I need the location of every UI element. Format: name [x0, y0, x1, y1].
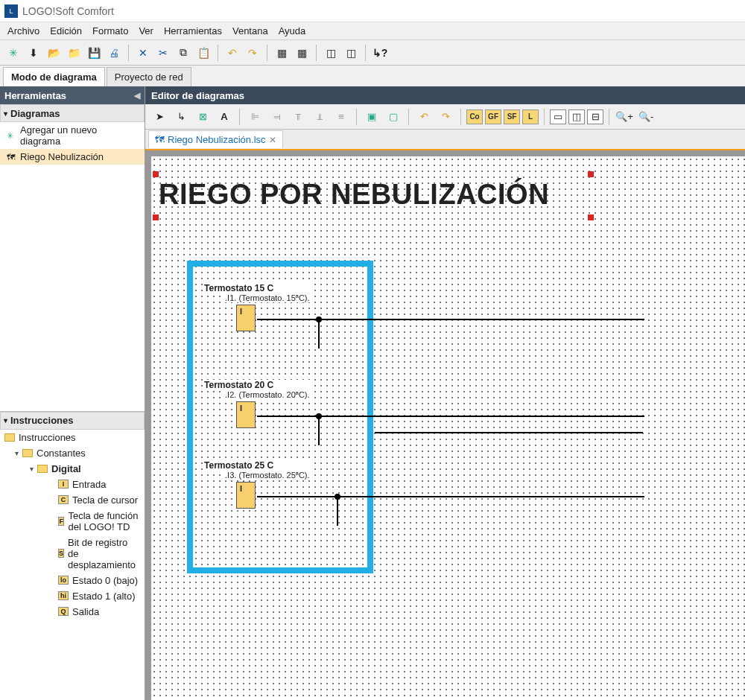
help-icon[interactable]: ↳?	[371, 44, 389, 62]
align-bottom-icon[interactable]: ⫫	[310, 107, 329, 127]
menu-ver[interactable]: Ver	[134, 24, 158, 38]
pane-split-v-icon[interactable]: ⊟	[587, 109, 603, 124]
redo2-icon[interactable]: ↷	[436, 107, 455, 127]
undo2-icon[interactable]: ↶	[414, 107, 434, 127]
diagram-canvas-wrap[interactable]: RIEGO POR NEBULIZACIÓN Termostato 15 C .…	[145, 150, 745, 700]
bring-front-icon[interactable]: ▣	[362, 107, 381, 127]
text-tool-icon[interactable]: A	[215, 107, 234, 127]
tree-item-entrada[interactable]: I Entrada	[0, 477, 145, 492]
folder-icon	[37, 465, 48, 473]
menu-edicion[interactable]: Edición	[45, 24, 86, 38]
download-icon[interactable]: ⬇	[25, 44, 42, 62]
window1-icon[interactable]: ◫	[322, 44, 340, 62]
block-body[interactable]: I	[236, 482, 256, 509]
new-icon[interactable]: ✳	[4, 44, 22, 62]
collapse-icon[interactable]: ◀	[134, 91, 140, 101]
tree-item-estado0[interactable]: lo Estado 0 (bajo)	[0, 573, 145, 588]
block-termostato-15[interactable]: Termostato 15 C .I1. (Termostato. 15ªC).…	[203, 283, 311, 331]
pane-split-h-icon[interactable]: ◫	[568, 109, 585, 124]
diagram-heading[interactable]: RIEGO POR NEBULIZACIÓN	[159, 179, 549, 211]
cut-icon[interactable]: ✂	[154, 44, 172, 62]
diagram-item-label: Riego Nebulización	[20, 151, 104, 162]
instructions-tree-area[interactable]: Instrucciones ▾ Constantes ▾ Digital I E…	[0, 430, 145, 701]
transfer-up-icon[interactable]: ▦	[293, 44, 311, 62]
tab-proyecto-red[interactable]: Proyecto de red	[107, 67, 191, 86]
block-icon: hi	[58, 591, 69, 600]
block-termostato-25[interactable]: Termostato 25 C .I3. (Termostato. 25ªC).…	[203, 460, 311, 509]
send-back-icon[interactable]: ▢	[384, 107, 403, 127]
toolbar-separator	[544, 109, 545, 125]
redo-icon[interactable]: ↷	[244, 44, 261, 62]
align-right-icon[interactable]: ⫤	[267, 107, 286, 127]
block-body[interactable]: I	[236, 401, 256, 428]
pane-single-icon[interactable]: ▭	[550, 109, 566, 124]
delete-icon[interactable]: ✕	[134, 44, 152, 62]
tree-item-cursor[interactable]: C Tecla de cursor	[0, 492, 145, 508]
tree-item-funcion[interactable]: F Tecla de función del LOGO! TD	[0, 508, 145, 535]
menu-archivo[interactable]: Archivo	[3, 24, 44, 38]
window2-icon[interactable]: ◫	[342, 44, 360, 62]
selection-handle[interactable]	[153, 214, 159, 220]
co-button[interactable]: Co	[466, 109, 483, 124]
zoom-in-icon[interactable]: 🔍+	[615, 107, 634, 127]
tab-modo-diagrama[interactable]: Modo de diagrama	[3, 67, 105, 86]
menu-herramientas[interactable]: Herramientas	[159, 24, 226, 38]
tree-item-bitregistro[interactable]: S Bit de registro de desplazamiento	[0, 535, 145, 573]
open-icon[interactable]: 📂	[45, 44, 63, 62]
app-title: LOGO!Soft Comfort	[22, 5, 114, 17]
view-tabs: Modo de diagrama Proyecto de red	[0, 66, 745, 86]
toolbar-separator	[609, 109, 609, 125]
menu-bar: Archivo Edición Formato Ver Herramientas…	[0, 22, 745, 40]
print-icon[interactable]: 🖨	[105, 44, 123, 62]
l-button[interactable]: L	[522, 109, 539, 124]
tree-constantes[interactable]: ▾ Constantes	[0, 445, 145, 461]
link-tool-icon[interactable]: ⊠	[193, 107, 212, 127]
block-icon: I	[58, 480, 69, 489]
sf-button[interactable]: SF	[504, 109, 520, 124]
undo-icon[interactable]: ↶	[224, 44, 241, 62]
block-termostato-20[interactable]: Termostato 20 C .I2. (Termostato. 20ªC).…	[203, 380, 311, 428]
tree-item-label: Salida	[72, 606, 99, 617]
tree-root-instrucciones[interactable]: Instrucciones	[0, 430, 145, 445]
add-diagram-item[interactable]: ✳ Agregar un nuevo diagrama	[0, 122, 145, 149]
menu-ventana[interactable]: Ventana	[228, 24, 273, 38]
tree-item-estado1[interactable]: hi Estado 1 (alto)	[0, 588, 145, 604]
block-icon: F	[58, 517, 64, 526]
tree-item-label: Tecla de cursor	[72, 494, 138, 506]
block-body[interactable]: I	[236, 305, 256, 331]
tree-item-salida[interactable]: Q Salida	[0, 604, 145, 620]
tree-toggle-icon[interactable]: ▾	[30, 465, 34, 473]
align-top-icon[interactable]: ⫪	[288, 107, 308, 127]
menu-formato[interactable]: Formato	[88, 24, 133, 38]
paste-icon[interactable]: 📋	[194, 44, 212, 62]
block-icon: lo	[58, 576, 69, 585]
transfer-down-icon[interactable]: ▦	[273, 44, 291, 62]
close-icon[interactable]: ✕	[269, 135, 276, 145]
save-icon[interactable]: 💾	[85, 44, 103, 62]
zoom-out-icon[interactable]: 🔍-	[636, 107, 656, 127]
diagram-canvas[interactable]: RIEGO POR NEBULIZACIÓN Termostato 15 C .…	[151, 156, 745, 700]
instructions-section-header[interactable]: ▾ Instrucciones	[0, 412, 145, 430]
selection-handle[interactable]	[588, 214, 594, 220]
toolbar-separator	[267, 45, 267, 61]
close-file-icon[interactable]: 📁	[65, 44, 83, 62]
file-tab[interactable]: 🗺 Riego Nebulización.lsc ✕	[148, 130, 283, 148]
gf-button[interactable]: GF	[485, 109, 501, 124]
wire	[318, 319, 320, 349]
copy-icon[interactable]: ⧉	[174, 44, 192, 62]
align-left-icon[interactable]: ⊫	[245, 107, 264, 127]
selection-handle[interactable]	[588, 171, 594, 177]
tree-toggle-icon[interactable]: ▾	[15, 449, 19, 457]
menu-ayuda[interactable]: Ayuda	[274, 24, 311, 38]
distribute-icon[interactable]: ≡	[332, 107, 351, 127]
wire	[375, 432, 643, 433]
selection-handle[interactable]	[153, 171, 159, 177]
diagrams-section-header[interactable]: ▾ Diagramas	[0, 104, 145, 122]
editor-panel: Editor de diagramas ➤ ↳ ⊠ A ⊫ ⫤ ⫪ ⫫ ≡ ▣ …	[145, 86, 745, 700]
editor-toolbar: ➤ ↳ ⊠ A ⊫ ⫤ ⫪ ⫫ ≡ ▣ ▢ ↶ ↷ Co GF SF L ▭ ◫…	[145, 104, 745, 130]
tree-digital[interactable]: ▾ Digital	[0, 461, 145, 477]
pointer-tool-icon[interactable]: ➤	[150, 107, 169, 127]
connect-tool-icon[interactable]: ↳	[171, 107, 191, 127]
block-icon: S	[58, 549, 64, 558]
diagram-item-riego[interactable]: 🗺 Riego Nebulización	[0, 149, 145, 165]
